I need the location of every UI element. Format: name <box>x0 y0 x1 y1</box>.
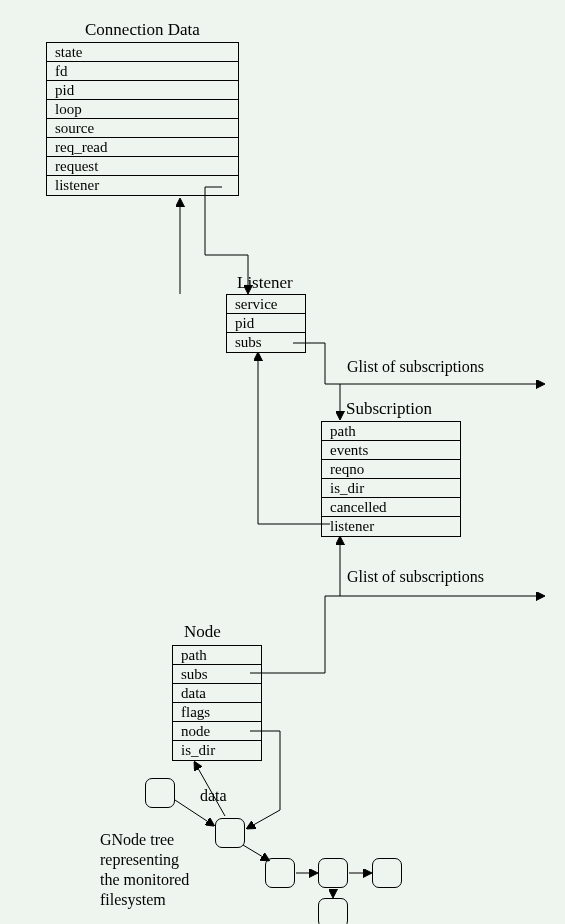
svg-line-5 <box>195 763 225 816</box>
svg-line-7 <box>243 845 268 860</box>
svg-line-6 <box>175 800 213 825</box>
connector-layer <box>0 0 565 924</box>
